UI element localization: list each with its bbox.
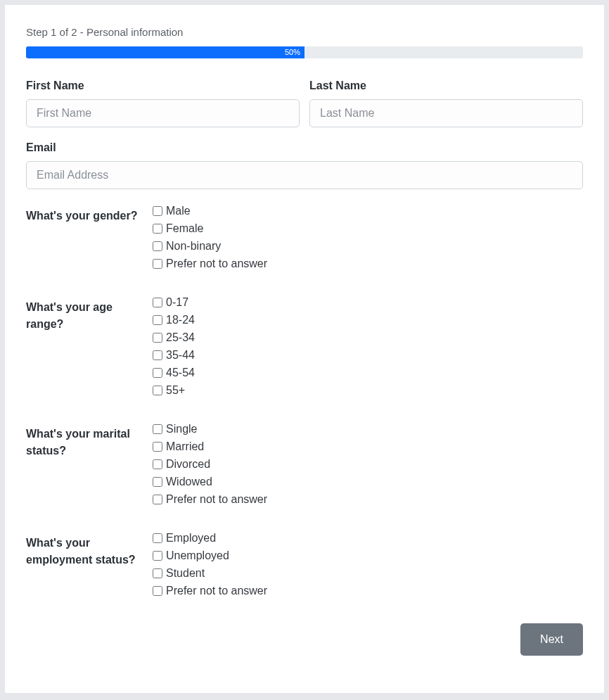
employment-option-label: Student bbox=[166, 567, 205, 580]
marital-option-label: Widowed bbox=[166, 476, 212, 488]
gender-option-checkbox[interactable] bbox=[153, 206, 162, 216]
age-option-checkbox[interactable] bbox=[153, 298, 162, 307]
age-option[interactable]: 18-24 bbox=[153, 314, 583, 326]
first-name-label: First Name bbox=[26, 79, 300, 92]
next-button[interactable]: Next bbox=[520, 623, 583, 656]
marital-option[interactable]: Single bbox=[153, 423, 583, 435]
gender-option-checkbox[interactable] bbox=[153, 224, 162, 234]
age-option-label: 18-24 bbox=[166, 314, 195, 326]
gender-option-label: Prefer not to answer bbox=[166, 257, 267, 270]
age-option-checkbox[interactable] bbox=[153, 333, 162, 343]
form-card: Step 1 of 2 - Personal information 50% F… bbox=[4, 4, 605, 694]
gender-option-label: Female bbox=[166, 222, 203, 235]
age-option-checkbox[interactable] bbox=[153, 386, 162, 395]
marital-option[interactable]: Divorced bbox=[153, 458, 583, 471]
gender-question-label: What's your gender? bbox=[26, 205, 153, 224]
employment-option-label: Employed bbox=[166, 532, 216, 545]
marital-option-label: Single bbox=[166, 423, 197, 435]
age-option-checkbox[interactable] bbox=[153, 368, 162, 378]
gender-options: MaleFemaleNon-binaryPrefer not to answer bbox=[153, 205, 583, 275]
marital-option-label: Divorced bbox=[166, 458, 210, 471]
marital-option[interactable]: Prefer not to answer bbox=[153, 493, 583, 506]
employment-option-checkbox[interactable] bbox=[153, 568, 162, 578]
age-option-label: 0-17 bbox=[166, 296, 188, 309]
age-option[interactable]: 45-54 bbox=[153, 367, 583, 379]
employment-question: What's your employment status? EmployedU… bbox=[26, 532, 583, 602]
marital-option-checkbox[interactable] bbox=[153, 459, 162, 469]
age-option-label: 45-54 bbox=[166, 367, 195, 379]
email-input[interactable] bbox=[26, 161, 583, 189]
last-name-input[interactable] bbox=[309, 99, 583, 127]
age-option[interactable]: 35-44 bbox=[153, 349, 583, 362]
employment-option-checkbox[interactable] bbox=[153, 551, 162, 561]
age-option-checkbox[interactable] bbox=[153, 315, 162, 325]
age-question-label: What's your age range? bbox=[26, 296, 153, 333]
marital-option-checkbox[interactable] bbox=[153, 424, 162, 434]
marital-option[interactable]: Widowed bbox=[153, 476, 583, 488]
age-option[interactable]: 0-17 bbox=[153, 296, 583, 309]
age-option-label: 25-34 bbox=[166, 331, 195, 344]
gender-question: What's your gender? MaleFemaleNon-binary… bbox=[26, 205, 583, 275]
marital-option-label: Prefer not to answer bbox=[166, 493, 267, 506]
marital-options: SingleMarriedDivorcedWidowedPrefer not t… bbox=[153, 423, 583, 511]
progress-fill: 50% bbox=[26, 46, 304, 58]
gender-option[interactable]: Female bbox=[153, 222, 583, 235]
age-option[interactable]: 25-34 bbox=[153, 331, 583, 344]
employment-option-checkbox[interactable] bbox=[153, 533, 162, 543]
employment-option-checkbox[interactable] bbox=[153, 586, 162, 596]
age-option[interactable]: 55+ bbox=[153, 384, 583, 397]
gender-option[interactable]: Non-binary bbox=[153, 240, 583, 253]
employment-option-label: Unemployed bbox=[166, 549, 229, 562]
marital-option-checkbox[interactable] bbox=[153, 442, 162, 452]
marital-option-label: Married bbox=[166, 440, 204, 453]
age-option-checkbox[interactable] bbox=[153, 350, 162, 360]
gender-option-checkbox[interactable] bbox=[153, 259, 162, 269]
gender-option[interactable]: Male bbox=[153, 205, 583, 217]
gender-option-label: Male bbox=[166, 205, 191, 217]
age-option-label: 35-44 bbox=[166, 349, 195, 362]
first-name-input[interactable] bbox=[26, 99, 300, 127]
employment-question-label: What's your employment status? bbox=[26, 532, 153, 568]
employment-options: EmployedUnemployedStudentPrefer not to a… bbox=[153, 532, 583, 602]
email-label: Email bbox=[26, 141, 583, 154]
marital-option-checkbox[interactable] bbox=[153, 495, 162, 504]
marital-option[interactable]: Married bbox=[153, 440, 583, 453]
last-name-label: Last Name bbox=[309, 79, 583, 92]
marital-question: What's your marital status? SingleMarrie… bbox=[26, 423, 583, 511]
gender-option-label: Non-binary bbox=[166, 240, 221, 253]
employment-option[interactable]: Employed bbox=[153, 532, 583, 545]
age-question: What's your age range? 0-1718-2425-3435-… bbox=[26, 296, 583, 402]
gender-option[interactable]: Prefer not to answer bbox=[153, 257, 583, 270]
progress-bar: 50% bbox=[26, 46, 583, 58]
marital-option-checkbox[interactable] bbox=[153, 477, 162, 487]
employment-option[interactable]: Unemployed bbox=[153, 549, 583, 562]
step-indicator: Step 1 of 2 - Personal information bbox=[26, 26, 583, 38]
gender-option-checkbox[interactable] bbox=[153, 241, 162, 251]
employment-option[interactable]: Student bbox=[153, 567, 583, 580]
age-options: 0-1718-2425-3435-4445-5455+ bbox=[153, 296, 583, 402]
marital-question-label: What's your marital status? bbox=[26, 423, 153, 459]
employment-option[interactable]: Prefer not to answer bbox=[153, 585, 583, 597]
age-option-label: 55+ bbox=[166, 384, 185, 397]
employment-option-label: Prefer not to answer bbox=[166, 585, 267, 597]
